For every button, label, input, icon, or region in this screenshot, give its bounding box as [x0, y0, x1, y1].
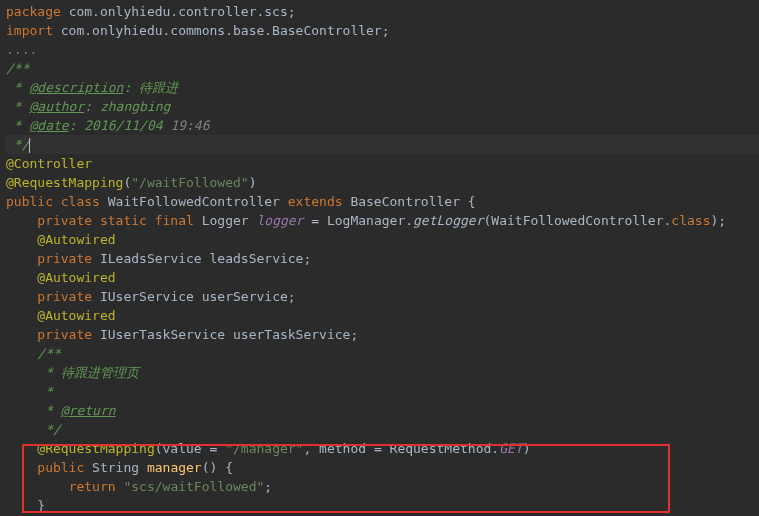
- doc-tag: @description: [29, 80, 123, 95]
- doc-time: 19:46: [170, 118, 209, 133]
- annotation-line: @Autowired: [6, 306, 759, 325]
- javadoc-open: /**: [6, 59, 759, 78]
- base-class: BaseController: [350, 194, 467, 209]
- return-statement: return "scs/waitFollowed";: [6, 477, 759, 496]
- folded-marker[interactable]: ....: [6, 40, 759, 59]
- string-literal: "/manager": [225, 441, 303, 456]
- field-declaration: private static final Logger logger = Log…: [6, 211, 759, 230]
- annotation: @Autowired: [37, 232, 115, 247]
- code-line: package com.onlyhiedu.controller.scs;: [6, 2, 759, 21]
- attr-name: value: [163, 441, 210, 456]
- keyword: private: [37, 251, 100, 266]
- annotation: @Controller: [6, 156, 92, 171]
- type: Logger: [202, 213, 257, 228]
- attr-name: method: [319, 441, 374, 456]
- annotation-line: @Autowired: [6, 268, 759, 287]
- doc-tag: @return: [61, 403, 116, 418]
- enum-const: GET: [499, 441, 522, 456]
- import-path: com.onlyhiedu.commons.base.BaseControlle…: [61, 23, 390, 38]
- field-declaration: private ILeadsService leadsService;: [6, 249, 759, 268]
- field-name: leadsService: [210, 251, 304, 266]
- string-literal: "scs/waitFollowed": [123, 479, 264, 494]
- annotation: @RequestMapping: [6, 175, 123, 190]
- package-path: com.onlyhiedu.controller.scs;: [69, 4, 296, 19]
- type: IUserTaskService: [100, 327, 233, 342]
- close-brace: }: [6, 496, 759, 515]
- javadoc-line: * 待跟进管理页: [6, 363, 759, 382]
- javadoc-close: */: [6, 135, 759, 154]
- keyword: private: [37, 327, 100, 342]
- string-literal: "/waitFollowed": [131, 175, 248, 190]
- keyword: private static final: [37, 213, 201, 228]
- annotation-line: @Controller: [6, 154, 759, 173]
- class-name: WaitFollowedController: [108, 194, 288, 209]
- class-declaration: public class WaitFollowedController exte…: [6, 192, 759, 211]
- method-name: manager: [147, 460, 202, 475]
- class-ref: LogManager: [327, 213, 405, 228]
- field-declaration: private IUserTaskService userTaskService…: [6, 325, 759, 344]
- doc-tag: @author: [29, 99, 84, 114]
- field-name: userService: [202, 289, 288, 304]
- keyword: import: [6, 23, 61, 38]
- keyword: extends: [288, 194, 351, 209]
- type: ILeadsService: [100, 251, 210, 266]
- keyword: return: [69, 479, 124, 494]
- javadoc-close: */: [6, 420, 759, 439]
- field-name: logger: [256, 213, 303, 228]
- annotation-line: @RequestMapping("/waitFollowed"): [6, 173, 759, 192]
- annotation: @Autowired: [37, 270, 115, 285]
- keyword: public class: [6, 194, 108, 209]
- javadoc-open: /**: [6, 344, 759, 363]
- method-declaration: public String manager() {: [6, 458, 759, 477]
- annotation: @Autowired: [37, 308, 115, 323]
- annotation-line: @RequestMapping(value = "/manager", meth…: [6, 439, 759, 458]
- keyword: private: [37, 289, 100, 304]
- code-editor[interactable]: package com.onlyhiedu.controller.scs; im…: [6, 2, 759, 515]
- code-line: import com.onlyhiedu.commons.base.BaseCo…: [6, 21, 759, 40]
- keyword: public: [37, 460, 92, 475]
- method-call: getLogger: [413, 213, 483, 228]
- javadoc-line: * @author: zhangbing: [6, 97, 759, 116]
- annotation: @RequestMapping: [37, 441, 154, 456]
- field-declaration: private IUserService userService;: [6, 287, 759, 306]
- keyword: package: [6, 4, 69, 19]
- text-cursor: [29, 138, 30, 153]
- javadoc-line: * @date: 2016/11/04 19:46: [6, 116, 759, 135]
- type: IUserService: [100, 289, 202, 304]
- javadoc-line: * @return: [6, 401, 759, 420]
- return-type: String: [92, 460, 147, 475]
- keyword: class: [671, 213, 710, 228]
- javadoc-line: *: [6, 382, 759, 401]
- annotation-line: @Autowired: [6, 230, 759, 249]
- javadoc-line: * @description: 待跟进: [6, 78, 759, 97]
- doc-tag: @date: [29, 118, 68, 133]
- field-name: userTaskService: [233, 327, 350, 342]
- enum-class: RequestMethod: [390, 441, 492, 456]
